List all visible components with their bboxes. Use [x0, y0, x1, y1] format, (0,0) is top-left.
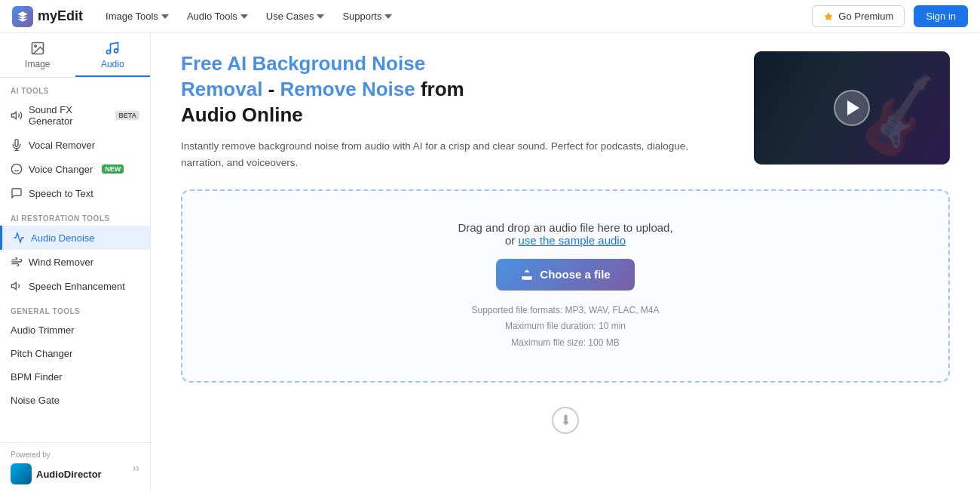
nav-audio-tools[interactable]: Audio Tools	[179, 6, 256, 26]
sidebar-tabs: Image Audio	[0, 33, 150, 78]
sample-audio-link[interactable]: use the sample audio	[518, 234, 626, 247]
sidebar-item-noise-gate[interactable]: Noise Gate	[0, 389, 150, 412]
go-premium-button[interactable]: Go Premium	[812, 5, 905, 27]
nav-supports[interactable]: Supports	[335, 6, 400, 26]
sign-in-button[interactable]: Sign in	[914, 5, 968, 27]
general-tools-label: GENERAL TOOLS	[0, 298, 150, 318]
brand-icon	[11, 463, 32, 484]
sidebar-item-speech-enhancement[interactable]: Speech Enhancement	[0, 274, 150, 298]
restoration-label: AI RESTORATION TOOLS	[0, 205, 150, 226]
nav-image-tools[interactable]: Image Tools	[98, 6, 176, 26]
hero-title: Free AI Background NoiseRemoval - Remove…	[181, 51, 730, 128]
svg-marker-4	[11, 112, 16, 118]
hero-video[interactable]: 🎸	[754, 51, 950, 165]
logo-text: myEdit	[38, 8, 83, 24]
body-wrap: Image Audio AI TOOLS Sound FX Generator …	[0, 33, 980, 492]
hero-section: Free AI Background NoiseRemoval - Remove…	[181, 51, 950, 171]
chevron-right-icon: ››	[133, 462, 139, 474]
sidebar-item-wind-remover[interactable]: Wind Remover	[0, 250, 150, 274]
sidebar-item-speech-to-text[interactable]: Speech to Text	[0, 181, 150, 205]
upload-area: Drag and drop an audio file here to uplo…	[181, 189, 950, 383]
sidebar-item-audio-trimmer[interactable]: Audio Trimmer	[0, 318, 150, 342]
sidebar-item-pitch-changer[interactable]: Pitch Changer	[0, 342, 150, 365]
tab-image[interactable]: Image	[0, 33, 75, 77]
hero-text: Free AI Background NoiseRemoval - Remove…	[181, 51, 730, 171]
main-content: Free AI Background NoiseRemoval - Remove…	[151, 33, 980, 492]
beta-badge: BETA	[115, 111, 139, 120]
logo[interactable]: myEdit	[12, 6, 83, 27]
svg-point-1	[35, 45, 37, 48]
hero-description: Instantly remove background noise from a…	[181, 138, 730, 171]
brand-name: AudioDirector	[36, 469, 102, 480]
svg-point-3	[115, 49, 118, 53]
brand-link[interactable]: AudioDirector	[11, 463, 102, 484]
nav-use-cases[interactable]: Use Cases	[259, 6, 332, 26]
sidebar-item-bpm-finder[interactable]: BPM Finder	[0, 365, 150, 389]
top-nav: myEdit Image Tools Audio Tools Use Cases…	[0, 0, 980, 33]
new-badge: NEW	[102, 165, 124, 174]
svg-point-2	[107, 51, 111, 54]
choose-file-button[interactable]: Choose a file	[496, 259, 634, 291]
powered-by-label: Powered by	[11, 450, 102, 459]
sidebar-item-voice-changer[interactable]: Voice Changer NEW	[0, 157, 150, 181]
logo-icon	[12, 6, 33, 27]
sidebar: Image Audio AI TOOLS Sound FX Generator …	[0, 33, 151, 492]
ai-tools-label: AI TOOLS	[0, 78, 150, 98]
powered-by-section: Powered by AudioDirector ››	[0, 442, 150, 492]
svg-point-7	[11, 164, 21, 174]
svg-marker-10	[11, 282, 16, 289]
sidebar-item-audio-denoise[interactable]: Audio Denoise	[0, 226, 150, 250]
upload-info: Supported file formats: MP3, WAV, FLAC, …	[472, 303, 660, 352]
play-button[interactable]	[834, 90, 870, 126]
sidebar-item-vocal-remover[interactable]: Vocal Remover	[0, 133, 150, 157]
bottom-arrow-section: ⬇	[181, 401, 950, 440]
sidebar-item-sound-fx[interactable]: Sound FX Generator BETA	[0, 98, 150, 133]
scroll-down-icon: ⬇	[552, 407, 579, 434]
upload-drag-text: Drag and drop an audio file here to uplo…	[458, 221, 672, 247]
tab-audio[interactable]: Audio	[75, 33, 151, 77]
